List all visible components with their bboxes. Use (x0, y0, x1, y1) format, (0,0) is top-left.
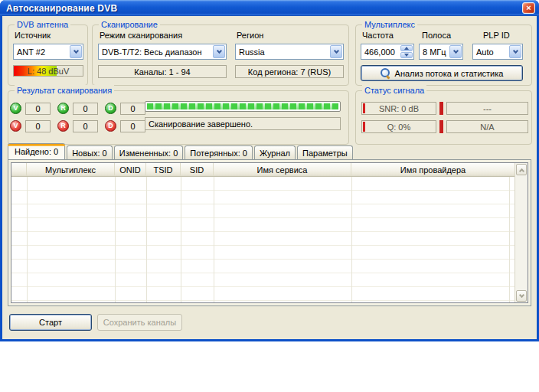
red-circle-d-icon: D (105, 120, 116, 132)
tab-changed[interactable]: Измененных: 0 (114, 145, 184, 159)
progress-fill (147, 103, 338, 109)
count-r-found: 0 (73, 103, 98, 115)
channels-info: Каналы: 1 - 94 (98, 65, 227, 78)
region-select[interactable]: Russia (235, 44, 344, 60)
vertical-scrollbar[interactable] (514, 163, 528, 302)
column-header-provider-name[interactable]: Имя провайдера (351, 163, 514, 176)
save-channels-label: Сохранить каналы (103, 318, 176, 327)
chevron-glyph (512, 47, 518, 53)
scan-status-text: Сканирование завершено. (145, 117, 341, 130)
band-select[interactable]: 8 МГц (419, 44, 463, 60)
quality-meter: Q: 0% (361, 120, 436, 133)
group-dvb-antenna: DVB антенна Источник ANT #2 L: 48 dBuV (8, 24, 88, 86)
band-value: 8 МГц (420, 47, 449, 57)
column-separator (214, 177, 214, 302)
tab-new[interactable]: Новых: 0 (67, 145, 113, 159)
scan-mode-select[interactable]: DVB-T/T2: Весь диапазон (98, 44, 227, 60)
column-separator (509, 177, 510, 302)
signal-level-meter: L: 48 dBuV (13, 65, 83, 77)
scan-mode-label: Режим сканирования (100, 31, 182, 40)
save-channels-button: Сохранить каналы (97, 314, 182, 331)
group-scanning-title: Сканирование (99, 19, 160, 30)
frequency-input[interactable]: 466,000 (361, 44, 414, 60)
tab-lost[interactable]: Потерянных: 0 (185, 145, 253, 159)
column-header-multiplex[interactable]: Мультиплекс (27, 163, 115, 176)
chevron-down-icon[interactable] (213, 45, 225, 58)
group-dvb-antenna-title: DVB антенна (15, 19, 70, 30)
chevron-down-icon[interactable] (449, 45, 462, 58)
source-value: ANT #2 (14, 47, 69, 57)
start-button[interactable]: Старт (9, 314, 92, 331)
tab-strip: Найдено: 0 Новых: 0 Измененных: 0 Потеря… (8, 143, 354, 159)
group-scanning: Сканирование Режим сканирования DVB-T/T2… (92, 24, 349, 86)
analyze-stream-button[interactable]: Анализ потока и статистика (361, 65, 523, 81)
column-header-icon[interactable] (11, 163, 27, 176)
indicator-d-lost: D 0 (105, 119, 145, 132)
close-button[interactable]: × (522, 2, 535, 14)
count-r-lost: 0 (73, 120, 98, 132)
snr-level-tick (363, 103, 365, 113)
count-d-found: 0 (120, 103, 145, 115)
tab-log[interactable]: Журнал (254, 145, 296, 159)
region-value: Russia (236, 47, 329, 57)
count-d-lost: 0 (120, 120, 145, 132)
indicator-v-lost: V 0 (10, 119, 51, 132)
quality-red-marker (439, 120, 443, 133)
column-header-service-name[interactable]: Имя сервиса (214, 163, 351, 176)
group-signal-status-title: Статус сигнала (362, 85, 426, 96)
chevron-down-icon (518, 292, 524, 297)
tab-parameters[interactable]: Параметры (297, 145, 353, 159)
column-separator (181, 177, 181, 302)
analyze-stream-label: Анализ потока и статистика (395, 69, 504, 78)
scan-mode-value: DVB-T/T2: Весь диапазон (99, 47, 212, 57)
start-button-label: Старт (39, 318, 62, 327)
chevron-glyph (333, 47, 338, 53)
chevron-down-icon[interactable] (509, 45, 521, 58)
frequency-spinner (400, 45, 413, 58)
red-circle-r-icon: R (57, 120, 69, 132)
table-header: Мультиплекс ONID TSID SID Имя сервиса Им… (11, 163, 514, 177)
chevron-down-icon[interactable] (330, 45, 342, 58)
spin-up-button[interactable] (400, 45, 413, 51)
arrow-down-icon (404, 54, 409, 57)
signal-level-text: L: 48 dBuV (14, 66, 83, 76)
scroll-up-button[interactable] (516, 164, 527, 175)
arrow-up-icon (404, 47, 409, 50)
channels-table: Мультиплекс ONID TSID SID Имя сервиса Им… (11, 162, 528, 303)
frequency-value: 466,000 (361, 44, 400, 59)
region-code-info: Код региона: 7 (RUS) (235, 65, 344, 78)
magnifier-icon (381, 68, 390, 78)
titlebar: Автосканирование DVB × (0, 0, 539, 16)
quality-value: N/A (480, 122, 494, 132)
indicator-r-found: R 0 (57, 102, 98, 115)
snr-label: SNR: 0 dB (379, 104, 419, 113)
scan-progress-bar (145, 101, 341, 112)
chevron-down-icon[interactable] (70, 45, 82, 58)
scroll-down-button[interactable] (516, 290, 527, 302)
red-circle-v-icon: V (10, 120, 21, 132)
source-select[interactable]: ANT #2 (13, 44, 83, 60)
quality-level-tick (363, 122, 365, 132)
dialog-body: DVB антенна Источник ANT #2 L: 48 dBuV С… (2, 16, 537, 339)
snr-meter: SNR: 0 dB (361, 102, 436, 115)
window-title: Автосканирование DVB (0, 3, 117, 14)
indicator-d-found: D 0 (105, 102, 145, 115)
dialog-window: Автосканирование DVB × DVB антенна Источ… (0, 0, 539, 341)
column-header-onid[interactable]: ONID (115, 163, 146, 176)
column-separator (351, 177, 352, 302)
group-scan-result-title: Результат сканирования (15, 85, 114, 96)
spin-down-button[interactable] (400, 52, 413, 58)
chevron-glyph (216, 47, 221, 53)
column-separator (146, 177, 147, 302)
count-v-found: 0 (25, 103, 51, 115)
tab-found[interactable]: Найдено: 0 (8, 143, 65, 159)
column-header-sid[interactable]: SID (181, 163, 214, 176)
plp-id-label: PLP ID (483, 31, 510, 40)
source-label: Источник (15, 31, 51, 40)
chevron-glyph (73, 47, 78, 53)
column-header-tsid[interactable]: TSID (146, 163, 181, 176)
chevron-glyph (452, 47, 458, 53)
count-v-lost: 0 (25, 120, 51, 132)
snr-red-marker (439, 102, 443, 115)
plp-id-select[interactable]: Auto (472, 44, 523, 60)
